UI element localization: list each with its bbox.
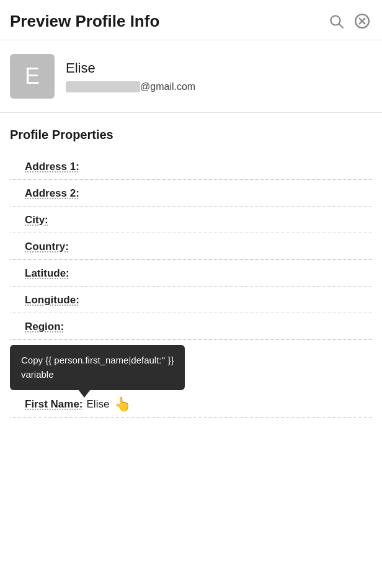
property-latitude[interactable]: Latitude:: [10, 260, 372, 287]
property-region[interactable]: Region:: [10, 313, 372, 340]
close-icon: [354, 13, 370, 29]
section-title: Profile Properties: [10, 128, 372, 142]
tooltip-line1: Copy {{ person.first_name|default:'' }}: [21, 355, 174, 365]
property-country[interactable]: Country:: [10, 233, 372, 260]
header-icons: [326, 11, 372, 31]
address1-label: Address 1:: [25, 161, 79, 172]
country-label: Country:: [25, 241, 69, 252]
profile-email: @gmail.com: [66, 81, 195, 92]
tooltip-line2: variable: [21, 369, 54, 380]
profile-section: E Elise @gmail.com: [0, 40, 382, 113]
search-button[interactable]: [326, 11, 346, 31]
property-first-name[interactable]: First Name: Elise 👆: [10, 390, 372, 418]
property-city[interactable]: City:: [10, 207, 372, 233]
email-blur: [66, 81, 140, 92]
search-icon: [328, 13, 344, 29]
profile-info: Elise @gmail.com: [66, 60, 195, 92]
property-longitude[interactable]: Longitude:: [10, 287, 372, 313]
property-address2[interactable]: Address 2:: [10, 180, 372, 207]
region-label: Region:: [25, 321, 64, 332]
svg-line-1: [339, 24, 343, 28]
page-title: Preview Profile Info: [10, 12, 159, 31]
header: Preview Profile Info: [0, 0, 382, 40]
tooltip-overlay: Copy {{ person.first_name|default:'' }} …: [10, 345, 372, 390]
address2-label: Address 2:: [25, 187, 79, 199]
city-label: City:: [25, 214, 48, 226]
close-button[interactable]: [352, 11, 372, 31]
tooltip-box: Copy {{ person.first_name|default:'' }} …: [10, 345, 185, 390]
latitude-label: Latitude:: [25, 267, 69, 279]
first-name-value: Elise: [87, 398, 110, 411]
avatar: E: [10, 54, 55, 99]
properties-section: Profile Properties Address 1: Address 2:…: [0, 113, 382, 418]
hand-cursor-icon: 👆: [114, 398, 131, 411]
email-domain: @gmail.com: [140, 81, 195, 92]
first-name-label: First Name:: [25, 398, 83, 411]
property-address1[interactable]: Address 1:: [10, 153, 372, 180]
longitude-label: Longitude:: [25, 294, 79, 306]
profile-name: Elise: [66, 60, 195, 76]
